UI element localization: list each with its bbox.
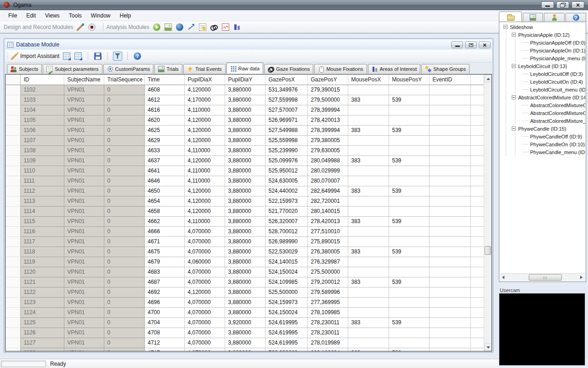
table-export-button[interactable] — [74, 52, 83, 61]
cell[interactable] — [429, 135, 470, 145]
cell[interactable] — [348, 226, 389, 236]
cell[interactable]: VPN01 — [64, 206, 104, 216]
cell[interactable] — [348, 115, 389, 125]
panel-tab-help[interactable] — [565, 13, 586, 22]
cell[interactable]: 4633 — [144, 145, 184, 155]
cell[interactable]: 4,070000 — [184, 297, 225, 307]
cell[interactable]: 525,950012 — [265, 166, 307, 176]
recording-button[interactable] — [87, 23, 96, 32]
panel-tab-person[interactable] — [544, 13, 565, 22]
tree-item[interactable]: LeyboldCircuitOn (ID:4) — [515, 78, 585, 86]
cell[interactable] — [429, 236, 470, 247]
row-header-cell[interactable] — [6, 307, 20, 317]
cell[interactable] — [348, 328, 389, 338]
scanpath-button[interactable] — [164, 23, 173, 32]
cell[interactable]: 280,070007 — [307, 176, 348, 186]
cell[interactable]: 383 — [348, 95, 389, 105]
cell[interactable]: 0 — [104, 307, 144, 317]
menu-item-file[interactable]: File — [4, 10, 22, 21]
cell[interactable]: 4683 — [144, 267, 184, 277]
cell[interactable]: 4629 — [144, 135, 184, 145]
column-header-id[interactable]: ID — [20, 75, 64, 85]
table-import-button[interactable] — [62, 52, 71, 61]
cell[interactable]: VPN01 — [64, 216, 104, 226]
cell[interactable]: 3,880000 — [225, 155, 265, 166]
filter-button[interactable] — [113, 52, 122, 61]
db-minimize-button[interactable] — [451, 41, 463, 48]
cell[interactable]: 4,070000 — [184, 226, 225, 236]
cell[interactable]: 279,589996 — [307, 287, 348, 297]
cell[interactable]: 0 — [104, 95, 144, 105]
menu-item-tools[interactable]: Tools — [64, 10, 86, 21]
cell[interactable]: 521,770020 — [265, 206, 307, 216]
row-header-cell[interactable] — [6, 176, 20, 186]
cell[interactable]: 1120 — [20, 267, 64, 277]
cell[interactable] — [389, 115, 429, 125]
cell[interactable] — [389, 105, 429, 115]
tab-raw-data[interactable]: Raw data — [226, 63, 263, 74]
cell[interactable]: 3,880000 — [225, 135, 265, 145]
cell[interactable]: 0 — [104, 206, 144, 216]
cell[interactable]: 1122 — [20, 287, 64, 297]
cell[interactable]: 4,120000 — [184, 206, 225, 216]
row-header-corner[interactable] — [6, 75, 20, 85]
cell[interactable]: 1112 — [20, 186, 64, 196]
cell[interactable] — [429, 196, 470, 206]
cell[interactable]: 4700 — [144, 307, 184, 317]
cell[interactable]: 383 — [348, 247, 389, 257]
cell[interactable]: 279,630005 — [307, 145, 348, 155]
cell[interactable] — [348, 267, 389, 277]
cell[interactable]: 524,619995 — [265, 328, 307, 338]
cell[interactable] — [389, 267, 429, 277]
tree-item[interactable]: PhysicianAppleOn (ID:1) — [515, 46, 585, 54]
row-header-cell[interactable] — [6, 186, 20, 196]
cell[interactable]: 539 — [389, 277, 429, 287]
cell[interactable]: 4625 — [144, 125, 184, 135]
cell[interactable] — [348, 287, 389, 297]
cell[interactable]: 3,880000 — [225, 196, 265, 206]
row-header-cell[interactable] — [6, 115, 20, 125]
cell[interactable]: 4612 — [144, 95, 184, 105]
tree-item[interactable]: LeyboldCircuit_menu (ID:5) — [515, 86, 585, 93]
cell[interactable] — [348, 196, 389, 206]
cell[interactable]: 3,880000 — [225, 297, 265, 307]
cell[interactable]: VPN01 — [64, 267, 104, 277]
attention-map-button[interactable] — [175, 23, 184, 32]
cell[interactable]: 0 — [104, 176, 144, 186]
cell[interactable]: 383 — [348, 348, 389, 351]
row-header-cell[interactable] — [6, 206, 20, 216]
cell[interactable]: 4637 — [144, 155, 184, 166]
cell[interactable]: 280,160004 — [307, 348, 348, 351]
cell[interactable]: 4,110000 — [184, 105, 225, 115]
cell[interactable]: 0 — [104, 257, 144, 267]
cell[interactable]: 4654 — [144, 196, 184, 206]
cell[interactable] — [429, 125, 470, 135]
cell[interactable] — [389, 307, 429, 317]
cell[interactable]: 1121 — [20, 277, 64, 287]
cell[interactable]: 383 — [348, 186, 389, 196]
cell[interactable]: 0 — [104, 216, 144, 226]
cell[interactable]: VPN01 — [64, 85, 104, 95]
column-header-subjectname[interactable]: SubjectName — [64, 75, 104, 85]
row-header-cell[interactable] — [6, 297, 20, 307]
cell[interactable]: 0 — [104, 277, 144, 287]
cell[interactable]: 524,619995 — [265, 317, 307, 328]
cell[interactable]: 3,880000 — [225, 287, 265, 297]
menu-item-edit[interactable]: Edit — [22, 10, 40, 21]
cell[interactable] — [429, 206, 470, 216]
cell[interactable]: 4658 — [144, 206, 184, 216]
cell[interactable]: 1102 — [20, 85, 64, 95]
cell[interactable]: 0 — [104, 85, 144, 95]
cell[interactable]: 4675 — [144, 247, 184, 257]
cell[interactable]: 4,070000 — [184, 338, 225, 348]
menu-item-views[interactable]: Views — [40, 10, 64, 21]
row-header-cell[interactable] — [6, 247, 20, 257]
tree-collapse-icon[interactable] — [512, 33, 516, 37]
tab-subject-parameters[interactable]: Subject parameters — [43, 64, 102, 74]
column-header-eventid[interactable]: EventID — [429, 75, 470, 85]
column-header-time[interactable]: Time — [144, 75, 184, 85]
cell[interactable]: VPN01 — [64, 95, 104, 105]
cell[interactable]: 531,349976 — [265, 85, 307, 95]
cell[interactable]: 278,420013 — [307, 216, 348, 226]
save-button[interactable] — [93, 52, 102, 61]
